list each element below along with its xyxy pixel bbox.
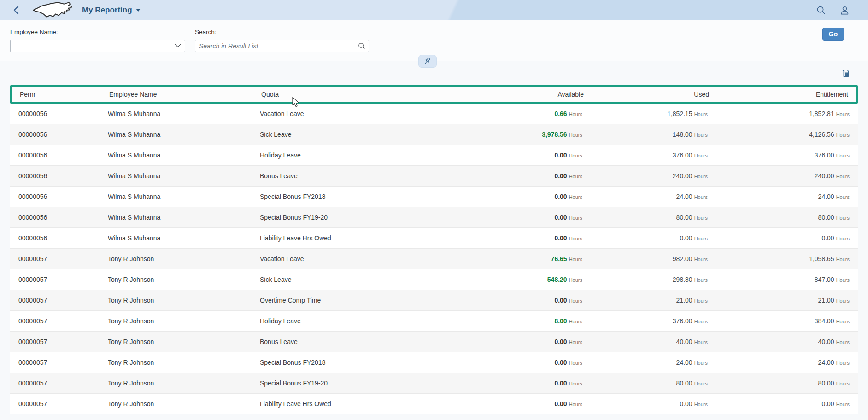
user-icon[interactable] [840, 6, 850, 15]
table-row: 00000056 Wilma S Muhanna Sick Leave 3,97… [10, 124, 858, 145]
cell-entitlement: 24.00Hours [708, 193, 858, 200]
cell-pernr: 00000057 [10, 400, 108, 408]
employee-name-input[interactable] [11, 40, 171, 52]
col-header-pernr[interactable]: Pernr [12, 91, 109, 98]
page-title: My Reporting [82, 6, 132, 15]
cell-pernr: 00000057 [10, 338, 108, 345]
cell-available: 0.00Hours [408, 214, 582, 221]
cell-available: 0.00Hours [408, 400, 582, 408]
table-row: 00000057 Tony R Johnson Special Bonus FY… [10, 373, 858, 394]
cell-used: 80.00Hours [582, 214, 708, 221]
cell-available: 0.00Hours [408, 234, 582, 242]
cell-used: 21.00Hours [582, 297, 708, 304]
cell-employee-name: Wilma S Muhanna [108, 214, 260, 221]
cell-entitlement: 1,852.81Hours [708, 110, 858, 117]
cell-quota: Overtime Comp Time [260, 297, 408, 304]
cell-employee-name: Wilma S Muhanna [108, 110, 260, 117]
cell-employee-name: Wilma S Muhanna [108, 131, 260, 138]
table-row: 00000057 Tony R Johnson Sick Leave 548.2… [10, 269, 858, 290]
cell-entitlement: 24.00Hours [708, 359, 858, 366]
cell-entitlement: 1,058.65Hours [708, 255, 858, 262]
cell-available: 0.66Hours [408, 110, 582, 117]
filter-bar: Employee Name: Search: Go [0, 20, 868, 61]
cell-employee-name: Tony R Johnson [108, 317, 260, 325]
table-row: 00000056 Wilma S Muhanna Vacation Leave … [10, 104, 858, 124]
col-header-employee[interactable]: Employee Name [109, 91, 261, 98]
pushpin-icon [423, 57, 432, 65]
cell-entitlement: 40.00Hours [708, 338, 858, 345]
cell-used: 40.00Hours [582, 338, 708, 345]
cell-available: 0.00Hours [408, 359, 582, 366]
cell-pernr: 00000057 [10, 379, 108, 387]
search-label: Search: [195, 29, 369, 35]
content-area: Pernr Employee Name Quota Available Used… [0, 61, 868, 414]
cell-used: 376.00Hours [582, 317, 708, 325]
cell-quota: Sick Leave [260, 131, 408, 138]
cell-quota: Special Bonus FY2018 [260, 359, 408, 366]
cell-employee-name: Tony R Johnson [108, 297, 260, 304]
export-spreadsheet-icon [840, 68, 850, 78]
cell-pernr: 00000057 [10, 359, 108, 366]
col-header-available[interactable]: Available [410, 91, 584, 98]
table-row: 00000056 Wilma S Muhanna Liability Leave… [10, 228, 858, 249]
cell-used: 148.00Hours [582, 131, 708, 138]
cell-quota: Liability Leave Hrs Owed [260, 234, 408, 242]
cell-used: 1,852.15Hours [582, 110, 708, 117]
magnifier-icon [358, 42, 365, 50]
employee-name-combobox[interactable] [10, 40, 185, 52]
cell-used: 982.00Hours [582, 255, 708, 262]
cell-quota: Liability Leave Hrs Owed [260, 400, 408, 408]
cell-quota: Special Bonus FY2018 [260, 193, 408, 200]
cell-available: 76.65Hours [408, 255, 582, 262]
cell-available: 0.00Hours [408, 297, 582, 304]
cell-quota: Special Bonus FY19-20 [260, 214, 408, 221]
cell-employee-name: Wilma S Muhanna [108, 172, 260, 180]
page-title-menu[interactable]: My Reporting [82, 6, 141, 15]
cell-entitlement: 80.00Hours [708, 379, 858, 387]
shell-header: My Reporting [0, 0, 868, 20]
cell-pernr: 00000056 [10, 131, 108, 138]
table-row: 00000057 Tony R Johnson Special Bonus FY… [10, 352, 858, 373]
col-header-used[interactable]: Used [584, 91, 709, 98]
cell-pernr: 00000056 [10, 172, 108, 180]
cell-available: 0.00Hours [408, 193, 582, 200]
cell-used: 80.00Hours [582, 379, 708, 387]
cell-quota: Special Bonus FY19-20 [260, 379, 408, 387]
cell-available: 8.00Hours [408, 317, 582, 325]
combobox-toggle[interactable] [171, 44, 185, 48]
chevron-down-icon [175, 44, 181, 48]
cell-pernr: 00000056 [10, 234, 108, 242]
table-row: 00000057 Tony R Johnson Bonus Leave 0.00… [10, 332, 858, 352]
search-icon[interactable] [816, 6, 826, 15]
search-submit[interactable] [355, 42, 369, 50]
table-row: 00000056 Wilma S Muhanna Special Bonus F… [10, 207, 858, 228]
cell-employee-name: Tony R Johnson [108, 338, 260, 345]
cell-pernr: 00000057 [10, 276, 108, 283]
filter-search: Search: [195, 29, 369, 52]
back-button[interactable] [13, 6, 25, 15]
search-input[interactable] [195, 40, 355, 52]
cell-pernr: 00000056 [10, 214, 108, 221]
employee-name-label: Employee Name: [10, 29, 185, 35]
go-button[interactable]: Go [822, 28, 844, 41]
cell-entitlement: 4,126.56Hours [708, 131, 858, 138]
cell-entitlement: 847.00Hours [708, 276, 858, 283]
pin-header-button[interactable] [418, 55, 437, 68]
cell-quota: Holiday Leave [260, 317, 408, 325]
cell-employee-name: Tony R Johnson [108, 255, 260, 262]
col-header-quota[interactable]: Quota [261, 91, 410, 98]
cell-pernr: 00000056 [10, 193, 108, 200]
table-body: 00000056 Wilma S Muhanna Vacation Leave … [10, 104, 858, 414]
cell-used: 0.00Hours [582, 234, 708, 242]
col-header-entitlement[interactable]: Entitlement [709, 91, 856, 98]
cell-employee-name: Tony R Johnson [108, 379, 260, 387]
cell-employee-name: Tony R Johnson [108, 276, 260, 283]
search-field[interactable] [195, 40, 369, 52]
cell-pernr: 00000057 [10, 297, 108, 304]
cell-entitlement: 21.00Hours [708, 297, 858, 304]
export-spreadsheet-button[interactable] [840, 68, 850, 78]
cell-used: 0.00Hours [582, 400, 708, 408]
cell-quota: Sick Leave [260, 276, 408, 283]
cell-entitlement: 0.00Hours [708, 400, 858, 408]
cell-quota: Bonus Leave [260, 172, 408, 180]
